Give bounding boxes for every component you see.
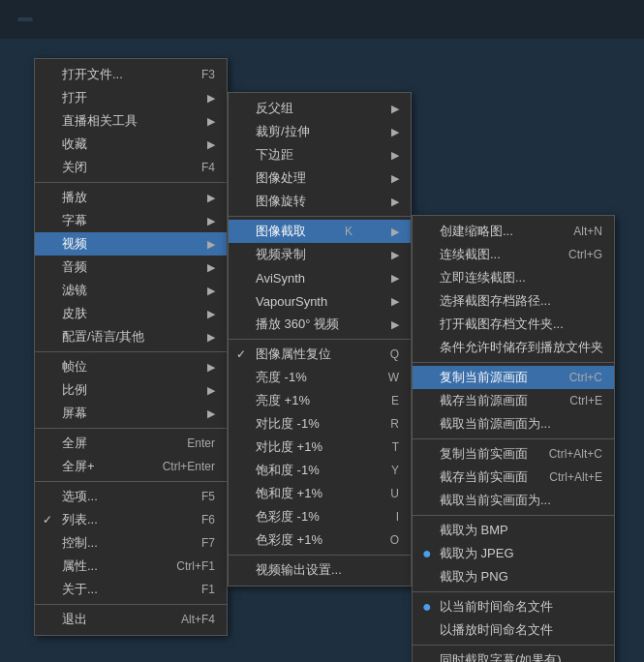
menu-item-list[interactable]: ✓列表...F6 (35, 508, 227, 531)
menu-item-capture-bmp[interactable]: 截取为 BMP (413, 519, 614, 542)
menu-item-frame[interactable]: 帧位▶ (35, 355, 227, 378)
menu-item-crop-stretch[interactable]: 裁剪/拉伸▶ (229, 120, 411, 143)
menu-item-choose-image-path[interactable]: 选择截图存档路径... (413, 289, 614, 313)
submenu-arrow-icon: ▶ (207, 384, 215, 397)
menu-separator (35, 428, 227, 429)
menu-item-label: 复制当前实画面 (440, 445, 528, 463)
menu-item-config-lang[interactable]: 配置/语言/其他▶ (35, 325, 227, 348)
menu-item-filter[interactable]: 滤镜▶ (35, 279, 227, 302)
menu-item-chroma-plus[interactable]: 色彩度 +1%O (229, 528, 411, 552)
submenu-arrow-icon: ▶ (207, 261, 215, 274)
menu-item-contrast-plus[interactable]: 对比度 +1%T (229, 436, 411, 459)
submenu-arrow-icon: ▶ (391, 226, 399, 238)
menu-item-label: 对比度 +1% (256, 438, 322, 456)
menu-item-capture-source-as[interactable]: 截取当前源画面为... (413, 412, 614, 436)
menu-item-contrast-minus[interactable]: 对比度 -1%R (229, 412, 411, 436)
menu-item-screen[interactable]: 屏幕▶ (35, 402, 227, 425)
menu-shortcut: E (391, 394, 399, 407)
menu-item-chroma-minus[interactable]: 色彩度 -1%I (229, 505, 411, 528)
menu-item-label: 图像处理 (256, 169, 306, 187)
menu-item-favorites[interactable]: 收藏▶ (35, 133, 227, 156)
menu-item-fullscreen[interactable]: 全屏Enter (35, 432, 227, 455)
menu-item-skin[interactable]: 皮肤▶ (35, 302, 227, 325)
menu-item-exit[interactable]: 退出Alt+F4 (35, 608, 227, 631)
menu-item-ratio[interactable]: 比例▶ (35, 378, 227, 402)
menu-item-capture-png[interactable]: 截取为 PNG (413, 565, 614, 588)
menu-item-close[interactable]: 关闭F4 (35, 156, 227, 179)
menu-item-label: 视频录制 (256, 246, 306, 263)
menu-item-control[interactable]: 控制...F7 (35, 531, 227, 555)
menu-item-image-rotate[interactable]: 图像旋转▶ (229, 190, 411, 213)
menu-item-video-record[interactable]: 视频录制▶ (229, 243, 411, 266)
submenu-arrow-icon: ▶ (207, 308, 215, 320)
menu-item-video[interactable]: 视频▶ (35, 232, 227, 256)
menu-item-copy-real-frame[interactable]: 复制当前实画面Ctrl+Alt+C (413, 442, 614, 466)
menu-shortcut: O (390, 533, 399, 547)
menu-separator (413, 591, 614, 592)
menu-item-label: 收藏 (62, 135, 87, 153)
menu-item-create-thumbnail[interactable]: 创建缩略图...Alt+N (413, 220, 614, 243)
menu-item-flip-lr[interactable]: 反父组▶ (229, 97, 411, 120)
submenu-arrow-icon: ▶ (391, 103, 399, 115)
menu-item-video-output-settings[interactable]: 视频输出设置... (229, 558, 411, 582)
tab-mp4[interactable] (17, 17, 33, 21)
menu-item-play-360[interactable]: 播放 360° 视频▶ (229, 313, 411, 336)
menu-item-saturation-minus[interactable]: 饱和度 -1%Y (229, 459, 411, 482)
menu-item-brightness-minus[interactable]: 亮度 -1%W (229, 366, 411, 389)
menu-item-capture-with-subtitle[interactable]: 同时截取字幕(如果有) (413, 648, 614, 662)
menu-item-bottom-margin[interactable]: 下边距▶ (229, 143, 411, 166)
menu-item-label: 选项... (62, 488, 98, 505)
menu-item-name-by-playback[interactable]: 以播放时间命名文件 (413, 618, 614, 642)
menu-item-audio[interactable]: 音频▶ (35, 256, 227, 279)
menu-item-label: 创建缩略图... (440, 223, 513, 240)
menu-item-label: 控制... (62, 534, 98, 552)
menu-item-play[interactable]: 播放▶ (35, 186, 227, 209)
menu-item-label: 列表... (62, 511, 98, 528)
submenu-arrow-icon: ▶ (391, 126, 399, 138)
menu-item-vapoursynth[interactable]: VapourSynth▶ (229, 289, 411, 313)
menu-item-about[interactable]: 关于...F1 (35, 578, 227, 601)
menu-separator (229, 216, 411, 217)
menu-item-label: 播放 (62, 189, 87, 206)
menu-item-options[interactable]: 选项...F5 (35, 485, 227, 508)
submenu-arrow-icon: ▶ (391, 295, 399, 308)
menu-item-broadcast-tool[interactable]: 直播相关工具▶ (35, 109, 227, 133)
menu-item-save-source-frame[interactable]: 截存当前源画面Ctrl+E (413, 389, 614, 412)
menu-item-name-by-time[interactable]: ●以当前时间命名文件 (413, 595, 614, 618)
menu-item-subtitle[interactable]: 字幕▶ (35, 209, 227, 232)
menu-item-label: 直播相关工具 (62, 112, 138, 130)
menu-item-label: 打开文件... (62, 66, 123, 83)
menu-item-continuous-screenshot[interactable]: 连续截图...Ctrl+G (413, 243, 614, 266)
menu-separator (413, 438, 614, 439)
submenu-arrow-icon: ▶ (391, 249, 399, 261)
menu-item-conditional-cache[interactable]: 条件允许时储存到播放文件夹 (413, 336, 614, 359)
submenu-arrow-icon: ▶ (207, 115, 215, 128)
menu-item-open-file[interactable]: 打开文件...F3 (35, 63, 227, 86)
menu-item-open[interactable]: 打开▶ (35, 86, 227, 109)
menu-shortcut: F1 (201, 583, 215, 596)
submenu-arrow-icon: ▶ (391, 272, 399, 285)
menu-item-open-image-folder[interactable]: 打开截图存档文件夹... (413, 313, 614, 336)
menu-item-properties[interactable]: 属性...Ctrl+F1 (35, 555, 227, 578)
menu-item-capture-real-as[interactable]: 截取当前实画面为... (413, 489, 614, 512)
menu-item-brightness-plus[interactable]: 亮度 +1%E (229, 389, 411, 412)
menu-item-label: 截取当前实画面为... (440, 492, 551, 509)
menu-item-copy-source-frame[interactable]: 复制当前源画面Ctrl+C (413, 366, 614, 389)
dot-icon: ● (422, 546, 432, 561)
menu-item-capture-jpeg[interactable]: ●截取为 JPEG (413, 542, 614, 565)
menu-item-fullscreen-plus[interactable]: 全屏+Ctrl+Enter (35, 455, 227, 478)
menu-item-instant-continuous[interactable]: 立即连续截图... (413, 266, 614, 289)
tab-emdl[interactable] (41, 17, 56, 21)
menu-item-image-process[interactable]: 图像处理▶ (229, 166, 411, 190)
menu-level3: 创建缩略图...Alt+N连续截图...Ctrl+G立即连续截图...选择截图存… (412, 215, 615, 662)
menu-shortcut: Ctrl+F1 (176, 559, 215, 573)
menu-item-label: 选择截图存档路径... (440, 292, 551, 310)
menu-item-image-prop-reset[interactable]: ✓图像属性复位Q (229, 343, 411, 366)
menu-item-saturation-plus[interactable]: 饱和度 +1%U (229, 482, 411, 505)
menu-level2: 反父组▶裁剪/拉伸▶下边距▶图像处理▶图像旋转▶图像截取K▶视频录制▶AviSy… (228, 92, 412, 587)
menu-item-avisynth[interactable]: AviSynth▶ (229, 266, 411, 289)
menu-item-screenshot[interactable]: 图像截取K▶ (229, 220, 411, 243)
menu-separator (229, 339, 411, 340)
menu-shortcut: F4 (201, 161, 215, 174)
menu-item-save-real-frame[interactable]: 截存当前实画面Ctrl+Alt+E (413, 466, 614, 489)
